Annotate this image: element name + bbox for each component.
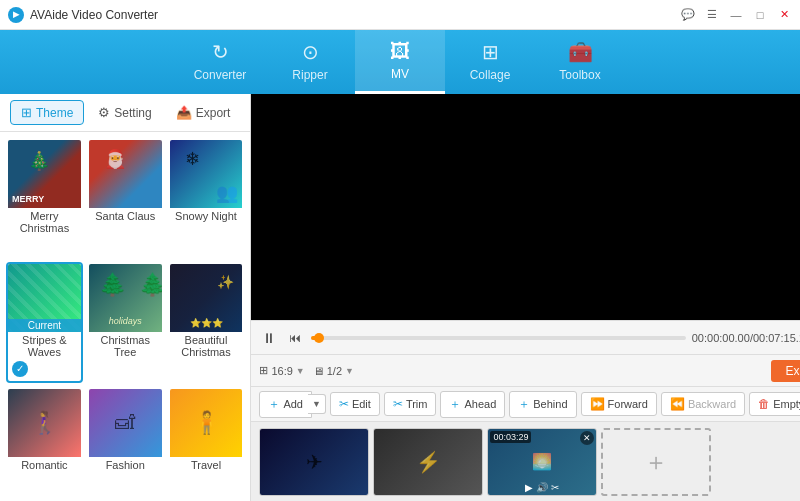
backward-icon: ⏪: [670, 397, 685, 411]
check-icon: ✓: [12, 361, 28, 377]
film-play-icon[interactable]: ▶: [525, 482, 533, 493]
behind-icon: ＋: [518, 396, 530, 413]
add-icon: ＋: [268, 396, 280, 413]
theme-snowy-thumb: ❄ 👥: [170, 140, 243, 208]
empty-button[interactable]: 🗑 Empty: [749, 392, 800, 416]
tab-ripper[interactable]: ⊙ Ripper: [265, 30, 355, 94]
film-close-3[interactable]: ✕: [580, 431, 594, 445]
main-content: ⊞ Theme ⚙ Setting 📤 Export 🎄 MERRY Merry…: [0, 94, 800, 501]
nav-tabs: ↻ Converter ⊙ Ripper 🖼 MV ⊞ Collage 🧰 To…: [0, 30, 800, 94]
titlebar: ▶ AVAide Video Converter 💬 ☰ — □ ✕: [0, 0, 800, 30]
stop-button[interactable]: ⏮: [285, 328, 305, 348]
trim-button[interactable]: ✂ Trim: [384, 392, 437, 416]
theme-fashion-thumb: 🛋: [89, 389, 162, 457]
setting-gear-icon: ⚙: [98, 105, 110, 120]
empty-trash-icon: 🗑: [758, 397, 770, 411]
tab-collage[interactable]: ⊞ Collage: [445, 30, 535, 94]
film-add-button[interactable]: ＋: [601, 428, 711, 496]
quality-select[interactable]: 🖥 1/2 ▼: [313, 365, 354, 377]
collage-icon: ⊞: [482, 40, 499, 64]
quality-dropdown-icon: ▼: [345, 366, 354, 376]
film-sound-icon[interactable]: 🔊: [536, 482, 548, 493]
forward-button[interactable]: ⏩ Forward: [581, 392, 657, 416]
theme-merry-christmas[interactable]: 🎄 MERRY Merry Christmas: [6, 138, 83, 258]
export-icon: 📤: [176, 105, 192, 120]
bottom-toolbar: ＋ Add ▼ ✂ Edit ✂ Trim ＋ Ahead ＋ Behind: [251, 386, 800, 421]
close-button[interactable]: ✕: [776, 7, 792, 23]
subtab-setting[interactable]: ⚙ Setting: [88, 101, 161, 124]
menu-icon[interactable]: ☰: [704, 7, 720, 23]
edit-icon: ✂: [339, 397, 349, 411]
ahead-button[interactable]: ＋ Ahead: [440, 391, 505, 418]
tree-deco: 🌲: [99, 272, 126, 298]
add-btn-group: ＋ Add ▼: [259, 391, 326, 418]
options-bar: ⊞ 16:9 ▼ 🖥 1/2 ▼ Export: [251, 354, 800, 386]
ripper-icon: ⊙: [302, 40, 319, 64]
snowy-deco: ❄: [185, 148, 200, 170]
theme-christmas-tree-thumb: 🌲 🌲 holidays: [89, 264, 162, 332]
toolbox-icon: 🧰: [568, 40, 593, 64]
sub-tabs: ⊞ Theme ⚙ Setting 📤 Export: [0, 94, 250, 132]
video-preview: [251, 94, 800, 320]
export-button[interactable]: Export: [771, 360, 800, 382]
film-add-icon: ＋: [644, 446, 668, 478]
theme-romantic-thumb: 🚶‍♀️: [8, 389, 81, 457]
aspect-ratio-select[interactable]: ⊞ 16:9 ▼: [259, 364, 304, 377]
film-cut-icon[interactable]: ✂: [551, 482, 559, 493]
theme-beautiful-christmas[interactable]: ✨ ⭐⭐⭐ Beautiful Christmas: [168, 262, 245, 382]
theme-travel[interactable]: 🧍 Travel: [168, 387, 245, 495]
play-pause-button[interactable]: ⏸: [259, 328, 279, 348]
chat-icon[interactable]: 💬: [680, 7, 696, 23]
time-display: 00:00:00.00/00:07:15.19: [692, 332, 800, 344]
maximize-button[interactable]: □: [752, 7, 768, 23]
theme-grid: 🎄 MERRY Merry Christmas 🎅 Santa Claus ❄ …: [0, 132, 250, 501]
add-dropdown-button[interactable]: ▼: [308, 394, 326, 414]
theme-christmas-tree[interactable]: 🌲 🌲 holidays Christmas Tree: [87, 262, 164, 382]
romantic-person-deco: 🚶‍♀️: [8, 389, 81, 457]
trim-icon: ✂: [393, 397, 403, 411]
titlebar-left: ▶ AVAide Video Converter: [8, 7, 158, 23]
theme-romantic[interactable]: 🚶‍♀️ Romantic: [6, 387, 83, 495]
tab-converter[interactable]: ↻ Converter: [175, 30, 265, 94]
film-thumb-1: ✈: [260, 429, 368, 495]
tab-toolbox[interactable]: 🧰 Toolbox: [535, 30, 625, 94]
left-panel: ⊞ Theme ⚙ Setting 📤 Export 🎄 MERRY Merry…: [0, 94, 251, 501]
right-panel: ⏸ ⏮ 00:00:00.00/00:07:15.19 🔊 ⊞ 16:9 ▼ 🖥…: [251, 94, 800, 501]
christmas-deco: 🎄: [28, 150, 50, 172]
forward-icon: ⏩: [590, 397, 605, 411]
add-button[interactable]: ＋ Add: [259, 391, 312, 418]
converter-icon: ↻: [212, 40, 229, 64]
time-slider[interactable]: [311, 336, 685, 340]
subtab-theme[interactable]: ⊞ Theme: [10, 100, 84, 125]
film-controls-3: ▶ 🔊 ✂: [488, 482, 596, 493]
theme-merry-christmas-thumb: 🎄 MERRY: [8, 140, 81, 208]
filmstrip: ✈ ⚡ 🌅 00:03:29 ✕ ▶ 🔊 ✂: [251, 421, 800, 501]
edit-button[interactable]: ✂ Edit: [330, 392, 380, 416]
theme-stripes-thumb: Current: [8, 264, 81, 332]
minimize-button[interactable]: —: [728, 7, 744, 23]
theme-grid-icon: ⊞: [21, 105, 32, 120]
monitor-icon: 🖥: [313, 365, 324, 377]
film-item-2[interactable]: ⚡: [373, 428, 483, 496]
backward-button[interactable]: ⏪ Backward: [661, 392, 745, 416]
behind-button[interactable]: ＋ Behind: [509, 391, 576, 418]
subtab-export[interactable]: 📤 Export: [166, 101, 241, 124]
theme-beautiful-thumb: ✨ ⭐⭐⭐: [170, 264, 243, 332]
theme-fashion[interactable]: 🛋 Fashion: [87, 387, 164, 495]
film-item-1[interactable]: ✈: [259, 428, 369, 496]
current-badge: Current: [8, 319, 81, 332]
theme-santa-thumb: 🎅: [89, 140, 162, 208]
app-title: AVAide Video Converter: [30, 8, 158, 22]
theme-travel-thumb: 🧍: [170, 389, 243, 457]
theme-santa-claus[interactable]: 🎅 Santa Claus: [87, 138, 164, 258]
film-thumb-2: ⚡: [374, 429, 482, 495]
tab-mv[interactable]: 🖼 MV: [355, 30, 445, 94]
titlebar-controls: 💬 ☰ — □ ✕: [680, 7, 792, 23]
ahead-icon: ＋: [449, 396, 461, 413]
fashion-deco: 🛋: [89, 389, 162, 457]
film-item-3[interactable]: 🌅 00:03:29 ✕ ▶ 🔊 ✂: [487, 428, 597, 496]
mv-icon: 🖼: [390, 40, 410, 63]
theme-snowy-night[interactable]: ❄ 👥 Snowy Night: [168, 138, 245, 258]
time-handle: [314, 333, 324, 343]
theme-stripes-waves[interactable]: Current ✓ Stripes & Waves: [6, 262, 83, 382]
